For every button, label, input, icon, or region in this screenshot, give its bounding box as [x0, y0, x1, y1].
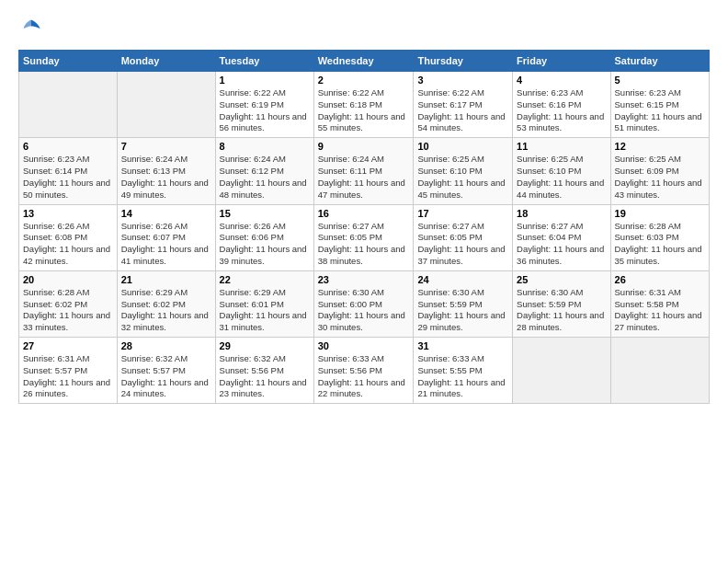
calendar-cell: 21Sunrise: 6:29 AM Sunset: 6:02 PM Dayli… [117, 270, 215, 337]
calendar-header-sunday: Sunday [19, 51, 118, 72]
day-number: 22 [220, 274, 310, 285]
day-number: 23 [318, 274, 410, 285]
day-number: 28 [121, 340, 211, 351]
day-detail: Sunrise: 6:22 AM Sunset: 6:18 PM Dayligh… [318, 87, 410, 134]
calendar-cell: 3Sunrise: 6:22 AM Sunset: 6:17 PM Daylig… [414, 72, 513, 138]
day-number: 30 [318, 340, 410, 351]
calendar-week-0: 1Sunrise: 6:22 AM Sunset: 6:19 PM Daylig… [19, 72, 710, 138]
day-number: 15 [220, 208, 310, 219]
day-detail: Sunrise: 6:25 AM Sunset: 6:10 PM Dayligh… [517, 154, 606, 201]
day-number: 17 [417, 208, 508, 219]
page: SundayMondayTuesdayWednesdayThursdayFrid… [0, 0, 728, 563]
day-detail: Sunrise: 6:22 AM Sunset: 6:17 PM Dayligh… [417, 87, 508, 134]
day-detail: Sunrise: 6:25 AM Sunset: 6:10 PM Dayligh… [417, 154, 508, 201]
calendar-cell [117, 72, 215, 138]
calendar-week-3: 20Sunrise: 6:28 AM Sunset: 6:02 PM Dayli… [19, 270, 710, 337]
day-number: 16 [318, 208, 410, 219]
day-detail: Sunrise: 6:24 AM Sunset: 6:11 PM Dayligh… [318, 154, 410, 201]
day-detail: Sunrise: 6:30 AM Sunset: 5:59 PM Dayligh… [517, 287, 606, 334]
day-number: 1 [220, 75, 310, 86]
day-detail: Sunrise: 6:26 AM Sunset: 6:06 PM Dayligh… [220, 221, 310, 268]
calendar-header-tuesday: Tuesday [215, 51, 313, 72]
day-detail: Sunrise: 6:33 AM Sunset: 5:55 PM Dayligh… [417, 353, 508, 400]
day-number: 5 [615, 75, 705, 86]
calendar-cell: 29Sunrise: 6:32 AM Sunset: 5:56 PM Dayli… [215, 338, 313, 404]
calendar-cell: 19Sunrise: 6:28 AM Sunset: 6:03 PM Dayli… [610, 204, 709, 270]
day-detail: Sunrise: 6:29 AM Sunset: 6:02 PM Dayligh… [121, 287, 211, 334]
calendar-table: SundayMondayTuesdayWednesdayThursdayFrid… [18, 50, 710, 404]
day-detail: Sunrise: 6:23 AM Sunset: 6:14 PM Dayligh… [23, 154, 113, 201]
day-number: 26 [615, 274, 705, 285]
calendar-cell: 10Sunrise: 6:25 AM Sunset: 6:10 PM Dayli… [414, 138, 513, 204]
day-number: 11 [517, 141, 606, 152]
day-number: 25 [517, 274, 606, 285]
day-detail: Sunrise: 6:31 AM Sunset: 5:58 PM Dayligh… [615, 287, 705, 334]
day-detail: Sunrise: 6:28 AM Sunset: 6:03 PM Dayligh… [615, 221, 705, 268]
day-number: 27 [23, 340, 113, 351]
day-detail: Sunrise: 6:30 AM Sunset: 6:00 PM Dayligh… [318, 287, 410, 334]
day-detail: Sunrise: 6:32 AM Sunset: 5:56 PM Dayligh… [220, 353, 310, 400]
day-number: 24 [417, 274, 508, 285]
day-detail: Sunrise: 6:28 AM Sunset: 6:02 PM Dayligh… [23, 287, 113, 334]
day-number: 3 [417, 75, 508, 86]
calendar-cell: 27Sunrise: 6:31 AM Sunset: 5:57 PM Dayli… [19, 338, 118, 404]
day-number: 18 [517, 208, 606, 219]
day-number: 2 [318, 75, 410, 86]
day-number: 7 [121, 141, 211, 152]
calendar-cell: 18Sunrise: 6:27 AM Sunset: 6:04 PM Dayli… [513, 204, 610, 270]
calendar-cell: 22Sunrise: 6:29 AM Sunset: 6:01 PM Dayli… [215, 270, 313, 337]
day-detail: Sunrise: 6:23 AM Sunset: 6:16 PM Dayligh… [517, 87, 606, 134]
calendar-cell: 12Sunrise: 6:25 AM Sunset: 6:09 PM Dayli… [610, 138, 709, 204]
calendar-cell: 9Sunrise: 6:24 AM Sunset: 6:11 PM Daylig… [313, 138, 414, 204]
calendar-header-wednesday: Wednesday [313, 51, 414, 72]
day-detail: Sunrise: 6:23 AM Sunset: 6:15 PM Dayligh… [615, 87, 705, 134]
day-detail: Sunrise: 6:26 AM Sunset: 6:08 PM Dayligh… [23, 221, 113, 268]
day-number: 21 [121, 274, 211, 285]
calendar-cell: 16Sunrise: 6:27 AM Sunset: 6:05 PM Dayli… [313, 204, 414, 270]
calendar-cell [610, 338, 709, 404]
calendar-cell: 28Sunrise: 6:32 AM Sunset: 5:57 PM Dayli… [117, 338, 215, 404]
calendar-week-1: 6Sunrise: 6:23 AM Sunset: 6:14 PM Daylig… [19, 138, 710, 204]
day-detail: Sunrise: 6:27 AM Sunset: 6:05 PM Dayligh… [318, 221, 410, 268]
day-detail: Sunrise: 6:22 AM Sunset: 6:19 PM Dayligh… [220, 87, 310, 134]
day-detail: Sunrise: 6:27 AM Sunset: 6:04 PM Dayligh… [517, 221, 606, 268]
logo [18, 15, 48, 40]
calendar-cell: 26Sunrise: 6:31 AM Sunset: 5:58 PM Dayli… [610, 270, 709, 337]
calendar-cell: 1Sunrise: 6:22 AM Sunset: 6:19 PM Daylig… [215, 72, 313, 138]
day-number: 9 [318, 141, 410, 152]
calendar-week-4: 27Sunrise: 6:31 AM Sunset: 5:57 PM Dayli… [19, 338, 710, 404]
header [18, 15, 710, 40]
calendar-cell: 4Sunrise: 6:23 AM Sunset: 6:16 PM Daylig… [513, 72, 610, 138]
day-detail: Sunrise: 6:24 AM Sunset: 6:13 PM Dayligh… [121, 154, 211, 201]
day-detail: Sunrise: 6:25 AM Sunset: 6:09 PM Dayligh… [615, 154, 705, 201]
calendar-cell [513, 338, 610, 404]
day-number: 13 [23, 208, 113, 219]
calendar-header-thursday: Thursday [414, 51, 513, 72]
logo-icon [18, 15, 44, 40]
calendar-cell: 8Sunrise: 6:24 AM Sunset: 6:12 PM Daylig… [215, 138, 313, 204]
calendar-cell: 5Sunrise: 6:23 AM Sunset: 6:15 PM Daylig… [610, 72, 709, 138]
calendar-cell: 2Sunrise: 6:22 AM Sunset: 6:18 PM Daylig… [313, 72, 414, 138]
day-number: 20 [23, 274, 113, 285]
day-number: 10 [417, 141, 508, 152]
day-number: 29 [220, 340, 310, 351]
calendar-cell: 11Sunrise: 6:25 AM Sunset: 6:10 PM Dayli… [513, 138, 610, 204]
calendar-cell: 6Sunrise: 6:23 AM Sunset: 6:14 PM Daylig… [19, 138, 118, 204]
day-number: 31 [417, 340, 508, 351]
day-number: 6 [23, 141, 113, 152]
calendar-cell: 15Sunrise: 6:26 AM Sunset: 6:06 PM Dayli… [215, 204, 313, 270]
calendar-header-saturday: Saturday [610, 51, 709, 72]
day-detail: Sunrise: 6:30 AM Sunset: 5:59 PM Dayligh… [417, 287, 508, 334]
day-detail: Sunrise: 6:24 AM Sunset: 6:12 PM Dayligh… [220, 154, 310, 201]
day-detail: Sunrise: 6:33 AM Sunset: 5:56 PM Dayligh… [318, 353, 410, 400]
day-number: 14 [121, 208, 211, 219]
calendar-cell: 14Sunrise: 6:26 AM Sunset: 6:07 PM Dayli… [117, 204, 215, 270]
calendar-cell: 31Sunrise: 6:33 AM Sunset: 5:55 PM Dayli… [414, 338, 513, 404]
calendar-cell: 13Sunrise: 6:26 AM Sunset: 6:08 PM Dayli… [19, 204, 118, 270]
day-detail: Sunrise: 6:32 AM Sunset: 5:57 PM Dayligh… [121, 353, 211, 400]
day-detail: Sunrise: 6:31 AM Sunset: 5:57 PM Dayligh… [23, 353, 113, 400]
calendar-cell: 24Sunrise: 6:30 AM Sunset: 5:59 PM Dayli… [414, 270, 513, 337]
calendar-header-row: SundayMondayTuesdayWednesdayThursdayFrid… [19, 51, 710, 72]
calendar-cell: 25Sunrise: 6:30 AM Sunset: 5:59 PM Dayli… [513, 270, 610, 337]
day-detail: Sunrise: 6:29 AM Sunset: 6:01 PM Dayligh… [220, 287, 310, 334]
